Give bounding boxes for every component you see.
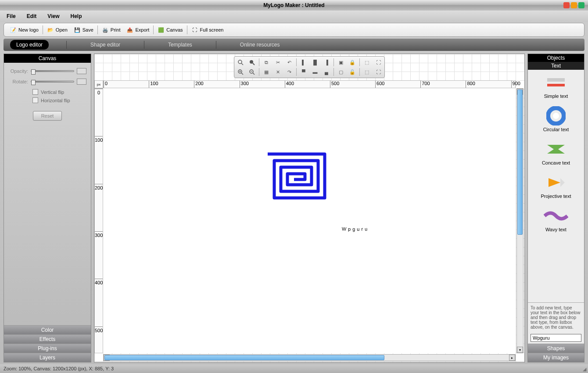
right-tab-shapes[interactable]: Shapes	[528, 344, 584, 353]
canvas-button[interactable]: 🟩Canvas	[155, 25, 185, 34]
circular-text-icon	[543, 107, 569, 125]
group-icon[interactable]: ⬚	[362, 57, 372, 67]
horizontal-ruler: 0 100 200 300 400 500 600 700 800 900	[103, 80, 516, 88]
window-title: MyLogo Maker : Untitled	[263, 2, 324, 8]
open-button[interactable]: 📂Open	[45, 25, 70, 34]
menu-edit[interactable]: Edit	[27, 13, 37, 19]
hflip-label: Horizontal flip	[41, 98, 70, 103]
left-tab-layers[interactable]: Layers	[4, 353, 91, 362]
vflip-label: Vertical flip	[41, 90, 64, 95]
opacity-slider[interactable]	[31, 70, 74, 72]
paste-icon[interactable]: ▦	[261, 67, 272, 77]
circular-text-type[interactable]: Circular text	[530, 107, 582, 132]
menu-help[interactable]: Help	[70, 13, 82, 19]
projective-text-icon	[543, 173, 569, 192]
left-tab-plugins[interactable]: Plug-ins	[4, 344, 91, 353]
minimize-button[interactable]	[563, 2, 570, 8]
resize-grip-icon[interactable]: ◢	[583, 366, 586, 372]
wavy-text-type[interactable]: Wavy text	[530, 207, 582, 232]
align-right-icon[interactable]: ▐	[321, 57, 332, 67]
zoom-reset-icon[interactable]	[235, 57, 246, 67]
svg-line-3	[253, 63, 255, 65]
undo-icon[interactable]: ↶	[284, 57, 294, 67]
align-center-h-icon[interactable]: ▐▌	[310, 57, 320, 67]
rotate-value[interactable]	[77, 79, 86, 85]
rotate-label: Rotate:	[8, 79, 28, 84]
right-panel: Objects Text Simple text Circular text C…	[527, 54, 584, 362]
cut-icon[interactable]: ✂	[272, 57, 283, 67]
left-panel: Canvas Opacity: Rotate: Vertical flip Ho…	[4, 54, 91, 362]
zoom-fit-icon[interactable]	[247, 57, 257, 67]
left-tab-effects[interactable]: Effects	[4, 334, 91, 344]
tab-logo-editor[interactable]: Logo editor	[10, 40, 49, 50]
tab-templates[interactable]: Templates	[162, 40, 198, 50]
wavy-text-icon	[543, 207, 569, 225]
opacity-value[interactable]	[77, 68, 86, 74]
simple-text-type[interactable]: Simple text	[530, 73, 582, 99]
redo-icon[interactable]: ↷	[284, 67, 294, 77]
reset-button[interactable]: Reset	[33, 111, 62, 121]
vflip-checkbox[interactable]	[32, 89, 38, 95]
unlock-icon[interactable]: 🔓	[347, 67, 358, 77]
canvas-workspace[interactable]: Wpguru	[103, 88, 516, 353]
status-text: Zoom: 100%, Canvas: 1200x1200 (px), X: 8…	[4, 366, 114, 371]
concave-text-type[interactable]: Concave text	[530, 140, 582, 165]
print-icon: 🖨️	[102, 26, 109, 33]
maximize-button[interactable]	[571, 2, 577, 8]
concave-text-icon	[543, 140, 569, 158]
svg-line-1	[241, 63, 243, 65]
delete-icon[interactable]: ✕	[272, 67, 283, 77]
ruler-unit: px	[94, 80, 103, 88]
logo-spiral-shape[interactable]	[263, 150, 329, 203]
align-center-v-icon[interactable]: ▬	[310, 67, 320, 77]
open-icon: 📂	[47, 26, 54, 33]
bring-front-icon[interactable]: ▣	[336, 57, 346, 67]
text-input[interactable]	[531, 334, 581, 342]
simple-text-icon	[543, 73, 569, 92]
ungroup-icon[interactable]: ⬚	[362, 67, 372, 77]
fullscreen-icon: ⛶	[191, 26, 198, 33]
projective-text-type[interactable]: Projective text	[530, 173, 582, 199]
menu-view[interactable]: View	[47, 13, 59, 19]
right-tab-myimages[interactable]: My images	[528, 353, 584, 362]
tab-online-resources[interactable]: Online resources	[234, 40, 286, 50]
print-button[interactable]: 🖨️Print	[100, 25, 123, 34]
svg-point-15	[553, 113, 559, 119]
hflip-checkbox[interactable]	[32, 97, 38, 103]
mode-tabs: Logo editor Shape editor Templates Onlin…	[4, 39, 584, 51]
left-tab-color[interactable]: Color	[4, 325, 91, 334]
align-left-icon[interactable]: ▌	[298, 57, 309, 67]
help-text: To add new text, type your text in the b…	[528, 302, 584, 332]
align-bottom-icon[interactable]: ▄	[321, 67, 332, 77]
save-button[interactable]: 💾Save	[72, 25, 96, 34]
export-icon: 📤	[126, 26, 133, 33]
status-bar: Zoom: 100%, Canvas: 1200x1200 (px), X: 8…	[0, 364, 588, 373]
text-header[interactable]: Text	[528, 62, 584, 70]
fullscreen-button[interactable]: ⛶Full screen	[189, 25, 226, 34]
svg-line-10	[253, 73, 255, 75]
zoom-in-icon[interactable]	[235, 67, 246, 77]
lock-icon[interactable]: 🔒	[347, 57, 358, 67]
svg-line-7	[241, 73, 243, 75]
deselect-icon[interactable]: ⛶	[373, 67, 384, 77]
align-top-icon[interactable]: ▀	[298, 67, 309, 77]
tab-shape-editor[interactable]: Shape editor	[84, 40, 126, 50]
canvas-toolbar: ⧉ ✂ ↶ ▌ ▐▌ ▐ ▣ 🔒 ⬚ ⛶	[234, 56, 385, 78]
zoom-out-icon[interactable]	[247, 67, 257, 77]
new-logo-button[interactable]: 📝New logo	[7, 25, 41, 34]
menu-file[interactable]: File	[7, 13, 16, 19]
svg-text:Wpguru: Wpguru	[342, 226, 369, 232]
horizontal-scrollbar[interactable]: ◂ ▸	[103, 354, 516, 361]
select-all-icon[interactable]: ⛶	[373, 57, 384, 67]
export-button[interactable]: 📤Export	[124, 25, 151, 34]
svg-point-0	[238, 60, 242, 64]
copy-icon[interactable]: ⧉	[261, 57, 272, 67]
new-icon: 📝	[10, 26, 17, 33]
vertical-scrollbar[interactable]: ▴ ▾	[516, 88, 523, 353]
logo-text-element[interactable]: Wpguru	[230, 198, 480, 243]
send-back-icon[interactable]: ▢	[336, 67, 346, 77]
canvas-area: ⧉ ✂ ↶ ▌ ▐▌ ▐ ▣ 🔒 ⬚ ⛶	[94, 54, 525, 362]
rotate-slider[interactable]	[31, 81, 74, 82]
close-button[interactable]	[578, 2, 584, 8]
vertical-ruler: 0 100 200 300 400 500	[94, 88, 103, 353]
